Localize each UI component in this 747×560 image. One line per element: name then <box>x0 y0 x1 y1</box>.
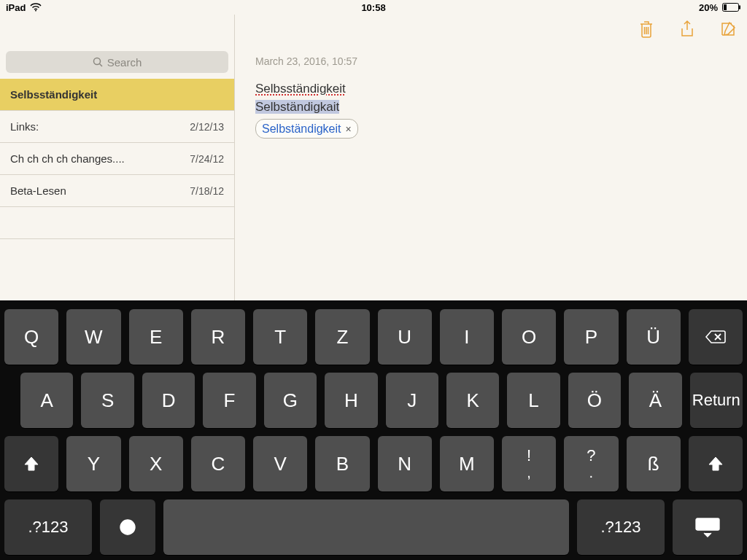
key-s[interactable]: S <box>81 373 133 428</box>
note-list-item[interactable]: Ch ch ch ch changes.... 7/24/12 <box>0 143 234 175</box>
key-shift-left[interactable] <box>4 436 58 491</box>
key-t[interactable]: T <box>253 309 307 365</box>
note-date: 7/24/12 <box>190 153 224 165</box>
key-p[interactable]: P <box>564 309 618 365</box>
key-backspace[interactable] <box>689 309 743 365</box>
key-o[interactable]: O <box>502 309 556 365</box>
key-c[interactable]: C <box>191 436 245 491</box>
note-text-line1[interactable]: Selbsständigkeit <box>255 82 346 96</box>
key-v[interactable]: V <box>253 436 307 491</box>
svg-rect-3 <box>739 6 740 9</box>
clock: 10:58 <box>361 2 385 13</box>
key-question-period[interactable]: ? . <box>564 436 618 491</box>
key-w[interactable]: W <box>66 309 120 365</box>
note-list-item[interactable]: Beta-Lesen 7/18/12 <box>0 175 234 207</box>
dismiss-keyboard-icon <box>694 517 721 537</box>
key-top: ? <box>587 448 595 463</box>
notes-sidebar: Search Selbsständigkeit Links: 2/12/13 C… <box>0 15 235 300</box>
note-toolbar <box>235 15 747 44</box>
search-icon <box>93 57 103 67</box>
svg-rect-7 <box>696 518 719 530</box>
svg-line-5 <box>99 64 102 67</box>
key-ae[interactable]: Ä <box>629 373 681 428</box>
note-timestamp: March 23, 2016, 10:57 <box>255 55 727 67</box>
key-oe[interactable]: Ö <box>568 373 621 428</box>
key-a[interactable]: A <box>20 373 73 428</box>
key-globe[interactable] <box>100 499 155 555</box>
key-space[interactable] <box>163 499 569 555</box>
key-m[interactable]: M <box>440 436 494 491</box>
note-text-line2-selected[interactable]: Selbständigkait <box>255 100 339 114</box>
key-dismiss-keyboard[interactable] <box>673 499 743 555</box>
backspace-icon <box>705 330 727 344</box>
key-x[interactable]: X <box>129 436 183 491</box>
note-title: Beta-Lesen <box>10 184 66 197</box>
key-z[interactable]: Z <box>315 309 369 365</box>
note-title: Links: <box>10 120 39 133</box>
note-list-item[interactable]: Links: 2/12/13 <box>0 111 234 143</box>
globe-icon <box>118 518 137 537</box>
key-e[interactable]: E <box>129 309 183 365</box>
suggestion-text: Selbständigkeit <box>262 120 341 137</box>
key-eszett[interactable]: ß <box>627 436 681 491</box>
key-ue[interactable]: Ü <box>627 309 681 365</box>
key-r[interactable]: R <box>191 309 245 365</box>
suggestion-dismiss-icon[interactable]: × <box>344 122 353 136</box>
key-return[interactable]: Return <box>690 373 743 428</box>
key-bot: . <box>589 466 594 479</box>
key-j[interactable]: J <box>386 373 438 428</box>
key-shift-right[interactable] <box>689 436 743 491</box>
search-placeholder: Search <box>107 56 142 69</box>
trash-button[interactable] <box>636 19 657 39</box>
note-date: 2/12/13 <box>190 121 224 133</box>
key-y[interactable]: Y <box>66 436 120 491</box>
svg-point-4 <box>93 58 100 65</box>
status-bar: iPad 10:58 20% <box>0 0 747 15</box>
note-editor[interactable]: March 23, 2016, 10:57 Selbsständigkeit S… <box>235 44 747 300</box>
key-l[interactable]: L <box>507 373 560 428</box>
key-exclaim-comma[interactable]: ! , <box>502 436 556 491</box>
key-n[interactable]: N <box>378 436 432 491</box>
key-h[interactable]: H <box>325 373 377 428</box>
share-button[interactable] <box>677 19 697 39</box>
autocorrect-suggestion[interactable]: Selbständigkeit × <box>255 119 358 139</box>
key-i[interactable]: I <box>440 309 494 365</box>
onscreen-keyboard: Q W E R T Z U I O P Ü A S D F G H J K L … <box>0 300 747 560</box>
key-f[interactable]: F <box>203 373 255 428</box>
battery-percent: 20% <box>699 2 718 13</box>
svg-point-0 <box>35 10 36 12</box>
key-numsym-right[interactable]: .?123 <box>577 499 665 555</box>
key-numsym-left[interactable]: .?123 <box>4 499 92 555</box>
shift-icon <box>23 455 40 472</box>
note-list-item[interactable]: Selbsständigkeit <box>0 79 234 111</box>
search-field[interactable]: Search <box>6 51 228 73</box>
note-title: Ch ch ch ch changes.... <box>10 152 125 165</box>
note-date: 7/18/12 <box>190 185 224 197</box>
key-b[interactable]: B <box>315 436 369 491</box>
shift-icon <box>707 455 724 472</box>
key-k[interactable]: K <box>446 373 499 428</box>
key-bot: , <box>527 466 531 479</box>
key-u[interactable]: U <box>378 309 432 365</box>
key-q[interactable]: Q <box>4 309 58 365</box>
note-list-empty-row <box>0 207 234 239</box>
key-d[interactable]: D <box>142 373 195 428</box>
compose-button[interactable] <box>718 19 738 39</box>
key-g[interactable]: G <box>264 373 317 428</box>
key-top: ! <box>527 448 531 463</box>
wifi-icon <box>30 3 42 12</box>
note-title: Selbsständigkeit <box>10 88 97 101</box>
battery-icon <box>722 3 741 12</box>
svg-rect-2 <box>724 4 727 10</box>
device-label: iPad <box>6 2 26 13</box>
